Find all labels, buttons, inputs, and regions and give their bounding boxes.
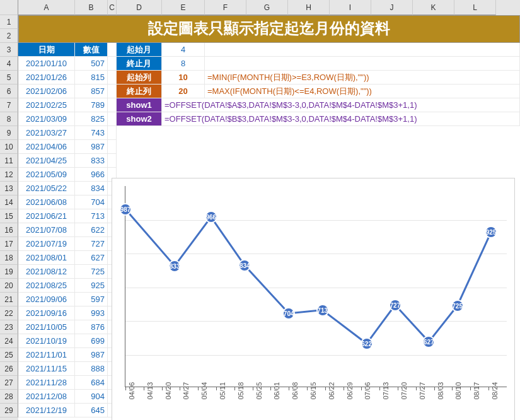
cell[interactable] [108, 43, 117, 57]
cell-date[interactable]: 2021/11/15 [18, 362, 75, 376]
row-header-29[interactable]: 29 [0, 404, 18, 417]
row-header-8[interactable]: 8 [0, 112, 18, 126]
cell-value[interactable]: 904 [75, 390, 108, 404]
cell[interactable] [108, 112, 117, 126]
cell-value[interactable]: 622 [75, 223, 108, 237]
param-value[interactable]: 8 [162, 57, 205, 71]
cell-date[interactable]: 2021/01/26 [18, 71, 75, 85]
data-point[interactable]: 987 [119, 203, 132, 216]
row-header-1[interactable]: 1 [0, 15, 18, 29]
cell-date[interactable]: 2021/08/25 [18, 279, 75, 293]
row-header-12[interactable]: 12 [0, 168, 18, 182]
row-header-19[interactable]: 19 [0, 265, 18, 279]
cell-date[interactable]: 2021/05/22 [18, 182, 75, 195]
row-header-17[interactable]: 17 [0, 237, 18, 251]
param-formula[interactable]: =OFFSET(DATA!$B$3,DATA!$M$3-3,0,DATA!$M$… [162, 112, 520, 126]
col-header-C[interactable]: C [108, 0, 117, 15]
cell-value[interactable]: 645 [75, 404, 108, 417]
col-header-F[interactable]: F [205, 0, 246, 15]
param-label[interactable]: show2 [117, 112, 162, 126]
row-header-15[interactable]: 15 [0, 209, 18, 223]
data-point[interactable]: 727 [389, 299, 402, 312]
cell-value[interactable]: 993 [75, 306, 108, 320]
col-header-D[interactable]: D [117, 0, 162, 15]
cell-value[interactable]: 825 [75, 112, 108, 126]
cell-date[interactable]: 2021/08/01 [18, 251, 75, 265]
cell-value[interactable]: 834 [75, 182, 108, 195]
data-point[interactable]: 833 [168, 260, 181, 272]
param-formula[interactable]: =OFFSET(DATA!$A$3,DATA!$M$3-3,0,DATA!$M$… [162, 98, 520, 112]
cell-date[interactable]: 2021/12/08 [18, 390, 75, 404]
row-header-24[interactable]: 24 [0, 334, 18, 348]
row-header-7[interactable]: 7 [0, 98, 18, 112]
cell-date[interactable]: 2021/01/10 [18, 57, 75, 71]
row-header-4[interactable]: 4 [0, 57, 18, 71]
cell-value[interactable]: 699 [75, 334, 108, 348]
cell-date[interactable]: 2021/05/09 [18, 168, 75, 182]
row-header-16[interactable]: 16 [0, 223, 18, 237]
cell-value[interactable]: 857 [75, 85, 108, 98]
row-header-21[interactable]: 21 [0, 293, 18, 306]
row-header-5[interactable]: 5 [0, 71, 18, 85]
param-value[interactable]: 20 [162, 85, 205, 98]
cell-date[interactable]: 2021/02/06 [18, 85, 75, 98]
col-header-G[interactable]: G [246, 0, 288, 15]
cell-value[interactable]: 789 [75, 98, 108, 112]
cell-header-value[interactable]: 數值 [75, 43, 108, 57]
data-point[interactable]: 925 [485, 226, 497, 238]
cell-date[interactable]: 2021/04/06 [18, 140, 75, 154]
data-point[interactable]: 834 [238, 259, 251, 272]
cell-value[interactable]: 597 [75, 293, 108, 306]
row-header-6[interactable]: 6 [0, 85, 18, 98]
cell-date[interactable]: 2021/10/05 [18, 320, 75, 334]
cell-date[interactable]: 2021/10/19 [18, 334, 75, 348]
cell-date[interactable]: 2021/06/21 [18, 209, 75, 223]
data-point[interactable]: 966 [205, 211, 217, 223]
data-point[interactable]: 622 [361, 337, 373, 350]
param-label[interactable]: 起始列 [117, 71, 162, 85]
cell[interactable] [108, 85, 117, 98]
data-point[interactable]: 725 [451, 300, 464, 312]
cell[interactable] [108, 71, 117, 85]
col-header-I[interactable]: I [330, 0, 371, 15]
cell-value[interactable]: 987 [75, 348, 108, 362]
param-formula[interactable] [205, 57, 520, 71]
row-header-20[interactable]: 20 [0, 279, 18, 293]
cell-date[interactable]: 2021/04/25 [18, 154, 75, 168]
select-all[interactable] [0, 0, 18, 15]
param-label[interactable]: 終止月 [117, 57, 162, 71]
row-header-22[interactable]: 22 [0, 306, 18, 320]
param-value[interactable]: 4 [162, 43, 205, 57]
row-header-25[interactable]: 25 [0, 348, 18, 362]
cell-value[interactable]: 627 [75, 251, 108, 265]
col-header-A[interactable]: A [18, 0, 75, 15]
row-header-10[interactable]: 10 [0, 140, 18, 154]
param-formula[interactable] [205, 43, 520, 57]
cell-date[interactable]: 2021/07/19 [18, 237, 75, 251]
row-header-27[interactable]: 27 [0, 376, 18, 390]
cell-value[interactable]: 713 [75, 209, 108, 223]
cell-date[interactable]: 2021/09/16 [18, 306, 75, 320]
col-header-L[interactable]: L [454, 0, 496, 15]
row-header-18[interactable]: 18 [0, 251, 18, 265]
param-formula[interactable]: =MIN(IF(MONTH(日期)>=E3,ROW(日期),"")) [205, 71, 520, 85]
cell-value[interactable]: 507 [75, 57, 108, 71]
col-header-H[interactable]: H [288, 0, 330, 15]
cell[interactable] [108, 154, 117, 168]
cell-value[interactable]: 888 [75, 362, 108, 376]
cell-value[interactable]: 966 [75, 168, 108, 182]
cell-date[interactable]: 2021/09/06 [18, 293, 75, 306]
cell-header-date[interactable]: 日期 [18, 43, 75, 57]
cell[interactable] [108, 126, 117, 140]
col-header-B[interactable]: B [75, 0, 108, 15]
data-point[interactable]: 713 [316, 304, 329, 317]
cell-value[interactable]: 925 [75, 279, 108, 293]
cell-value[interactable]: 743 [75, 126, 108, 140]
row-header-23[interactable]: 23 [0, 320, 18, 334]
param-formula[interactable]: =MAX(IF(MONTH(日期)<=E4,ROW(日期),"")) [205, 85, 520, 98]
param-label[interactable]: 起始月 [117, 43, 162, 57]
cell-date[interactable]: 2021/06/08 [18, 195, 75, 209]
param-value[interactable]: 10 [162, 71, 205, 85]
param-label[interactable]: show1 [117, 98, 162, 112]
cell-value[interactable]: 727 [75, 237, 108, 251]
